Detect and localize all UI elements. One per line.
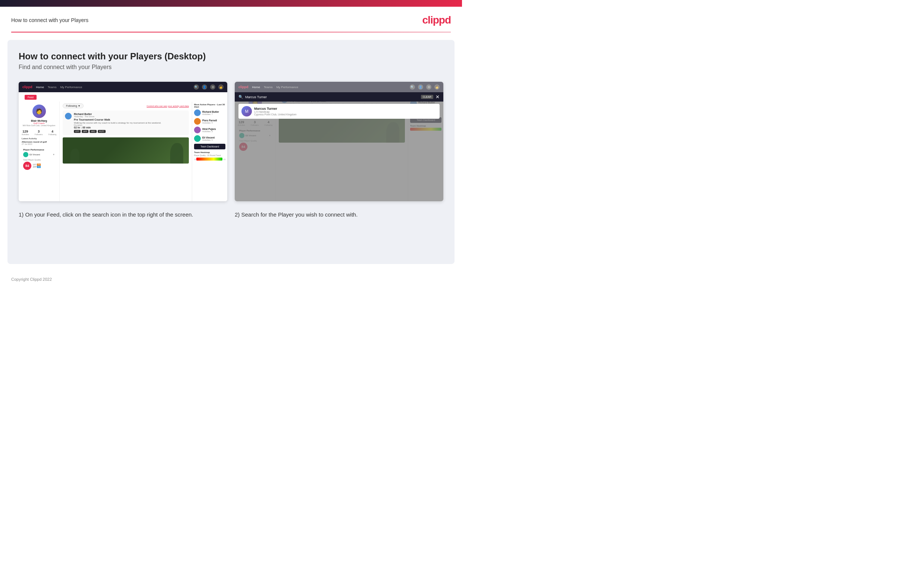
activity-avatar-1 bbox=[65, 113, 72, 120]
settings-icon-2: ⚙ bbox=[426, 84, 431, 89]
app-nav-1: clippd Home Teams My Performance 🔍 👤 ⚙ 🧑 bbox=[19, 82, 227, 92]
right-panel-1: Most Active Players - Last 30 days Richa… bbox=[192, 102, 227, 201]
stat-activities-1: 129 Activities bbox=[22, 130, 29, 136]
player-info-2-1: Hiral Pujara Activities: 3 bbox=[202, 128, 225, 133]
player-select-1[interactable]: Eli Vincent ▼ bbox=[23, 152, 55, 157]
profile-image-1: 🧑 bbox=[32, 104, 46, 118]
tag-row-1: OTT APP ARG PUTT bbox=[74, 130, 186, 133]
player-stat-0-1: Activities: 7 bbox=[202, 113, 225, 115]
search-result-name: Marcus Turner bbox=[254, 107, 297, 110]
player-name-0-1: Richard Butler bbox=[202, 110, 225, 113]
player-avatar-3-1 bbox=[194, 135, 201, 142]
page-title: How to connect with your Players bbox=[11, 17, 89, 23]
page-footer: Copyright Clippd 2022 bbox=[0, 271, 462, 287]
screenshot-panel-2: clippd Home Teams My Performance 🔍 👤 ⚙ 🧑 bbox=[235, 82, 443, 201]
activity-person-1: Richard Butler bbox=[74, 113, 186, 115]
player-performance-title-1: Player Performance bbox=[23, 149, 55, 151]
heatmap-section-1: Team Heatmap Player Quality - 20 Round T… bbox=[194, 151, 225, 161]
user-icon-2: 👤 bbox=[418, 84, 423, 89]
search-result-card[interactable]: M Marcus Turner 1.5 Handicap Cypress Poi… bbox=[238, 104, 440, 119]
player-info-0-1: Richard Butler Activities: 7 bbox=[202, 110, 225, 115]
nav-right-1: 🔍 👤 ⚙ 🧑 bbox=[194, 84, 223, 89]
caption-1: 1) On your Feed, click on the search ico… bbox=[19, 211, 227, 218]
course-image-1 bbox=[63, 137, 189, 164]
app-val-1: 70 bbox=[37, 166, 40, 168]
player-performance-section-1: Player Performance Eli Vincent ▼ Total P… bbox=[22, 147, 57, 171]
nav-home-2: Home bbox=[252, 86, 260, 89]
search-bar-container: 🔍 Marcus Turner CLEAR ✕ bbox=[235, 92, 443, 102]
profile-name-1: Blair McHarg bbox=[22, 120, 57, 122]
main-content: How to connect with your Players (Deskto… bbox=[8, 40, 455, 264]
close-button[interactable]: ✕ bbox=[435, 94, 440, 100]
stat-activities-num-1: 129 bbox=[22, 130, 29, 133]
search-result-handicap: 1.5 Handicap bbox=[254, 110, 297, 113]
screenshots-row: clippd Home Teams My Performance 🔍 👤 ⚙ 🧑… bbox=[19, 82, 443, 201]
screenshot-panel-1: clippd Home Teams My Performance 🔍 👤 ⚙ 🧑… bbox=[19, 82, 227, 201]
activity-title-1: Pre Tournament Course Walk bbox=[74, 119, 186, 121]
logo: clippd bbox=[422, 14, 451, 26]
stat-following-num-1: 4 bbox=[49, 130, 57, 133]
player-stat-1-1: Activities: 4 bbox=[202, 122, 225, 124]
activity-duration-val-1: 02 hr : 00 min bbox=[74, 126, 186, 129]
clear-button[interactable]: CLEAR bbox=[421, 95, 433, 99]
profile-club-1: Mill Ride Golf Club, United Kingdom bbox=[22, 124, 57, 127]
nav-home-1[interactable]: Home bbox=[36, 86, 44, 89]
search-overlay: 🔍 Marcus Turner CLEAR ✕ M Marcus Turner … bbox=[235, 92, 443, 201]
player-list-item-3-1: Eli Vincent Activities: 1 bbox=[194, 135, 225, 142]
app-logo-1: clippd bbox=[23, 85, 32, 89]
heatmap-subtitle-1: Player Quality - 20 Round Trend bbox=[194, 154, 225, 156]
player-avatar-2-1 bbox=[194, 127, 201, 133]
latest-activity-date-1: 27 Jul 2022 bbox=[22, 143, 57, 145]
search-icon-1[interactable]: 🔍 bbox=[194, 84, 199, 89]
stat-followers-label-1: Followers bbox=[35, 133, 42, 136]
nav-teams-2: Teams bbox=[264, 86, 273, 89]
main-subtitle: Find and connect with your Players bbox=[19, 64, 443, 71]
stats-row-1: 129 Activities 3 Followers 4 Following bbox=[22, 130, 57, 136]
user-icon-1[interactable]: 👤 bbox=[202, 84, 207, 89]
search-input-display[interactable]: Marcus Turner bbox=[245, 95, 419, 99]
player-name-3-1: Eli Vincent bbox=[202, 136, 225, 139]
nav-teams-1[interactable]: Teams bbox=[48, 86, 57, 89]
app-content-1: 🧑 Blair McHarg Golf Coach Mill Ride Golf… bbox=[19, 102, 227, 201]
profile-card-1: 🧑 Blair McHarg Golf Coach Mill Ride Golf… bbox=[22, 104, 57, 127]
middle-panel-1: Following ▼ Control who can see your act… bbox=[60, 102, 192, 201]
latest-activity-label-1: Latest Activity bbox=[22, 137, 57, 140]
stat-following-1: 4 Following bbox=[49, 130, 57, 136]
big-score-1: 84 OTT 79 APP 70 bbox=[23, 162, 55, 170]
stat-activities-label-1: Activities bbox=[22, 133, 29, 136]
stat-followers-num-1: 3 bbox=[35, 130, 42, 133]
following-button-1[interactable]: Following ▼ bbox=[63, 104, 84, 108]
app-nav-2: clippd Home Teams My Performance 🔍 👤 ⚙ 🧑 bbox=[235, 82, 443, 92]
app-logo-2: clippd bbox=[238, 85, 249, 89]
control-link-1[interactable]: Control who can see your activity and da… bbox=[147, 105, 189, 107]
tag-arg-1: ARG bbox=[89, 130, 97, 133]
player-name-2-1: Hiral Pujara bbox=[202, 128, 225, 130]
player-list-item-2-1: Hiral Pujara Activities: 3 bbox=[194, 127, 225, 133]
app-mockup-1: clippd Home Teams My Performance 🔍 👤 ⚙ 🧑… bbox=[19, 82, 227, 201]
top-bar bbox=[0, 0, 462, 7]
active-players-title-1: Most Active Players - Last 30 days bbox=[194, 104, 225, 108]
player-avatar-0-1 bbox=[194, 109, 201, 116]
app-mockup-2: clippd Home Teams My Performance 🔍 👤 ⚙ 🧑 bbox=[235, 82, 443, 201]
main-title: How to connect with your Players (Deskto… bbox=[19, 51, 443, 62]
settings-icon-1[interactable]: ⚙ bbox=[210, 84, 215, 89]
activity-meta-1: Yesterday · The Grove bbox=[74, 115, 186, 118]
player-avatar-1-1 bbox=[194, 118, 201, 125]
search-result-avatar: M bbox=[241, 106, 252, 117]
player-list-item-0-1: Richard Butler Activities: 7 bbox=[194, 109, 225, 116]
dropdown-arrow-1: ▼ bbox=[53, 153, 55, 156]
player-info-3-1: Eli Vincent Activities: 1 bbox=[202, 136, 225, 141]
heatmap-scale-1: -5 +5 bbox=[194, 157, 225, 161]
app-label-1: APP 70 bbox=[33, 166, 40, 168]
nav-myperformance-1[interactable]: My Performance bbox=[60, 86, 82, 89]
team-dashboard-button-1[interactable]: Team Dashboard bbox=[194, 144, 225, 149]
left-panel-1: 🧑 Blair McHarg Golf Coach Mill Ride Golf… bbox=[19, 102, 60, 201]
search-icon-overlay: 🔍 bbox=[238, 95, 243, 99]
tag-app-1: APP bbox=[82, 130, 89, 133]
feed-tab-1[interactable]: Feed bbox=[24, 95, 37, 100]
avatar-icon-1[interactable]: 🧑 bbox=[218, 84, 223, 89]
page-header: How to connect with your Players clippd bbox=[0, 7, 462, 32]
nav-myperformance-2: My Performance bbox=[276, 86, 298, 89]
footer-text: Copyright Clippd 2022 bbox=[11, 277, 52, 281]
quality-label-1: Total Player Quality bbox=[23, 159, 55, 161]
